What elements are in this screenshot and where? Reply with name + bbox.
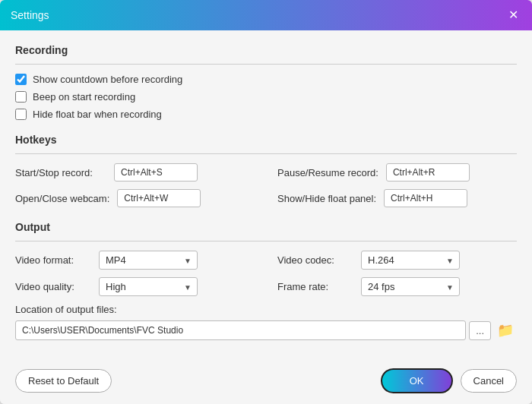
output-row-framerate: Frame rate: 24 fps 30 fps 60 fps ▼ — [277, 277, 517, 296]
cancel-button[interactable]: Cancel — [461, 369, 517, 393]
browse-button[interactable]: ... — [469, 321, 491, 340]
location-input-row: ... 📁 — [15, 319, 517, 342]
output-label-codec: Video codec: — [277, 254, 353, 266]
hotkey-row-2: Open/Close webcam: — [15, 189, 255, 207]
checkbox-row-0: Show countdown before recording — [15, 74, 517, 85]
framerate-select-wrapper: 24 fps 30 fps 60 fps ▼ — [361, 277, 460, 296]
codec-select-wrapper: H.264 H.265 VP9 ▼ — [361, 251, 460, 270]
hotkey-input-webcam[interactable] — [117, 189, 201, 207]
dialog-title: Settings — [11, 9, 49, 21]
format-select-wrapper: MP4 AVI MOV MKV ▼ — [99, 251, 198, 270]
frame-rate-select[interactable]: 24 fps 30 fps 60 fps — [361, 277, 460, 296]
output-label-format: Video format: — [15, 254, 91, 266]
title-bar: Settings ✕ — [0, 0, 532, 30]
checkbox-label-1: Beep on start recording — [33, 91, 135, 103]
folder-icon-button[interactable]: 📁 — [494, 319, 517, 342]
output-row-codec: Video codec: H.264 H.265 VP9 ▼ — [277, 251, 517, 270]
output-section-title: Output — [15, 221, 517, 233]
reset-button[interactable]: Reset to Default — [15, 369, 112, 393]
location-label: Location of output files: — [15, 304, 517, 315]
hotkey-label-2: Open/Close webcam: — [15, 193, 109, 204]
output-section: Output Video format: MP4 AVI MOV MKV ▼ — [15, 221, 517, 342]
output-row-format: Video format: MP4 AVI MOV MKV ▼ — [15, 251, 255, 270]
output-grid: Video format: MP4 AVI MOV MKV ▼ Video co… — [15, 251, 517, 296]
hotkey-row-3: Show/Hide float panel: — [277, 189, 517, 207]
checkbox-floatbar[interactable] — [15, 109, 27, 120]
hotkey-label-3: Show/Hide float panel: — [277, 193, 376, 204]
checkbox-beep[interactable] — [15, 91, 27, 103]
checkbox-countdown[interactable] — [15, 74, 27, 85]
checkbox-row-2: Hide float bar when recording — [15, 109, 517, 120]
footer: Reset to Default OK Cancel — [0, 361, 532, 404]
hotkeys-grid: Start/Stop record: Pause/Resume record: … — [15, 163, 517, 207]
video-quality-select[interactable]: High Medium Low — [99, 277, 198, 296]
output-label-framerate: Frame rate: — [277, 281, 353, 292]
settings-dialog: Settings ✕ Recording Show countdown befo… — [0, 0, 532, 404]
checkbox-label-2: Hide float bar when recording — [33, 109, 162, 120]
ok-button[interactable]: OK — [381, 368, 453, 393]
recording-section: Recording Show countdown before recordin… — [15, 44, 517, 120]
checkbox-row-1: Beep on start recording — [15, 91, 517, 103]
content-area: Recording Show countdown before recordin… — [0, 30, 532, 361]
hotkeys-section: Hotkeys Start/Stop record: Pause/Resume … — [15, 134, 517, 207]
hotkey-input-pause-resume[interactable] — [386, 163, 470, 181]
checkbox-label-0: Show countdown before recording — [33, 74, 182, 85]
hotkey-input-float-panel[interactable] — [384, 189, 467, 207]
hotkey-label-0: Start/Stop record: — [15, 167, 106, 178]
location-row: Location of output files: ... 📁 — [15, 304, 517, 342]
close-button[interactable]: ✕ — [505, 8, 521, 23]
video-codec-select[interactable]: H.264 H.265 VP9 — [361, 251, 460, 270]
output-label-quality: Video quality: — [15, 281, 91, 292]
hotkey-row-0: Start/Stop record: — [15, 163, 255, 181]
hotkey-row-1: Pause/Resume record: — [277, 163, 517, 181]
hotkey-label-1: Pause/Resume record: — [277, 167, 378, 178]
output-row-quality: Video quality: High Medium Low ▼ — [15, 277, 255, 296]
location-input[interactable] — [15, 320, 466, 340]
hotkeys-section-title: Hotkeys — [15, 134, 517, 146]
recording-section-title: Recording — [15, 44, 517, 56]
hotkey-input-start-stop[interactable] — [114, 163, 198, 181]
footer-right: OK Cancel — [381, 368, 517, 393]
quality-select-wrapper: High Medium Low ▼ — [99, 277, 198, 296]
video-format-select[interactable]: MP4 AVI MOV MKV — [99, 251, 198, 270]
